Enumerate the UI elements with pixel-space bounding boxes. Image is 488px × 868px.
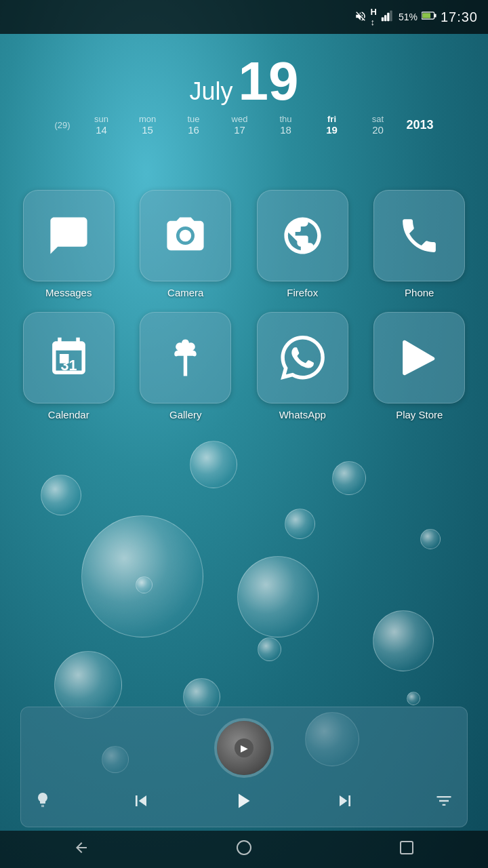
calendar-label: Calendar <box>48 409 89 420</box>
music-widget: ▶ <box>20 707 468 827</box>
app-calendar[interactable]: 31 Calendar <box>14 312 124 420</box>
svg-rect-0 <box>382 18 384 22</box>
svg-rect-3 <box>390 11 392 22</box>
day-date-sun: 14 <box>79 124 125 136</box>
album-art: ▶ <box>217 721 271 775</box>
date-month-day: July 19 <box>0 54 488 108</box>
messages-icon-bg <box>23 190 115 281</box>
album-inner: ▶ <box>235 738 253 757</box>
status-bar: H↕ 51% 17:30 <box>0 0 488 34</box>
next-button[interactable] <box>334 790 356 812</box>
calendar-icon: 31 <box>47 336 91 380</box>
day-date-fri: 19 <box>309 124 355 136</box>
gallery-label: Gallery <box>169 409 202 420</box>
music-controls <box>35 789 453 813</box>
calendar-icon-bg: 31 <box>23 312 115 403</box>
day-date-wed: 17 <box>217 124 263 136</box>
day-wed: wed 17 <box>217 114 263 136</box>
messages-icon <box>47 214 91 258</box>
gallery-icon <box>163 336 207 380</box>
whatsapp-label: WhatsApp <box>279 409 326 420</box>
day-name-tue: tue <box>171 114 217 124</box>
app-gallery[interactable]: Gallery <box>131 312 241 420</box>
data-icon: H↕ <box>371 7 377 27</box>
day-tue: tue 16 <box>171 114 217 136</box>
back-button[interactable] <box>73 840 89 860</box>
day-date-thu: 18 <box>263 124 309 136</box>
playstore-label: Play Store <box>396 409 443 420</box>
playstore-icon-bg <box>373 312 465 403</box>
day-name-sat: sat <box>355 114 401 124</box>
light-bulb-button[interactable] <box>35 791 51 810</box>
day-mon: mon 15 <box>125 114 171 136</box>
date-widget: July 19 (29) sun 14 mon 15 tue 16 wed 17… <box>0 41 488 142</box>
app-grid: Messages Camera Firefox Phone <box>14 190 474 420</box>
day-number: 19 <box>239 54 299 108</box>
month-label: July <box>189 77 232 106</box>
calendar-week: (29) sun 14 mon 15 tue 16 wed 17 thu 18 … <box>0 114 488 136</box>
svg-rect-6 <box>422 13 430 18</box>
firefox-icon-bg <box>257 190 348 281</box>
day-sat: sat 20 <box>355 114 401 136</box>
gallery-icon-bg <box>140 312 231 403</box>
phone-label: Phone <box>405 287 434 298</box>
signal-icon <box>381 9 394 24</box>
svg-point-8 <box>237 841 251 854</box>
recent-button[interactable] <box>399 840 415 860</box>
camera-label: Camera <box>167 287 203 298</box>
app-whatsapp[interactable]: WhatsApp <box>247 312 358 420</box>
svg-rect-1 <box>384 15 386 21</box>
play-button[interactable] <box>230 789 255 813</box>
day-date-mon: 15 <box>125 124 171 136</box>
week-number: (29) <box>54 120 70 130</box>
firefox-icon <box>281 214 325 258</box>
battery-icon <box>422 11 436 23</box>
prev-button[interactable] <box>130 790 152 812</box>
camera-icon <box>163 214 207 258</box>
app-camera[interactable]: Camera <box>131 190 241 298</box>
day-fri: fri 19 <box>309 114 355 136</box>
battery-percentage: 51% <box>399 12 418 22</box>
messages-label: Messages <box>45 287 92 298</box>
status-icons: H↕ 51% 17:30 <box>354 7 478 27</box>
time-display: 17:30 <box>441 9 478 25</box>
day-date-tue: 16 <box>171 124 217 136</box>
camera-icon-bg <box>140 190 231 281</box>
mute-icon <box>354 10 367 24</box>
home-button[interactable] <box>236 840 252 860</box>
day-sun: sun 14 <box>79 114 125 136</box>
day-name-wed: wed <box>217 114 263 124</box>
day-name-sun: sun <box>79 114 125 124</box>
app-messages[interactable]: Messages <box>14 190 124 298</box>
day-name-mon: mon <box>125 114 171 124</box>
app-playstore[interactable]: Play Store <box>365 312 475 420</box>
svg-text:31: 31 <box>60 357 77 374</box>
firefox-label: Firefox <box>287 287 318 298</box>
day-thu: thu 18 <box>263 114 309 136</box>
playstore-icon <box>397 336 441 380</box>
equalizer-button[interactable] <box>434 791 453 810</box>
svg-rect-5 <box>434 14 436 17</box>
year-label: 2013 <box>407 118 434 132</box>
day-date-sat: 20 <box>355 124 401 136</box>
svg-rect-2 <box>387 13 389 22</box>
whatsapp-icon <box>281 336 325 380</box>
phone-icon-bg <box>373 190 465 281</box>
day-name-fri: fri <box>309 114 355 124</box>
day-name-thu: thu <box>263 114 309 124</box>
svg-rect-9 <box>401 842 413 854</box>
nav-bar <box>0 831 488 868</box>
phone-icon <box>397 214 441 258</box>
whatsapp-icon-bg <box>257 312 348 403</box>
app-phone[interactable]: Phone <box>365 190 475 298</box>
app-firefox[interactable]: Firefox <box>247 190 358 298</box>
